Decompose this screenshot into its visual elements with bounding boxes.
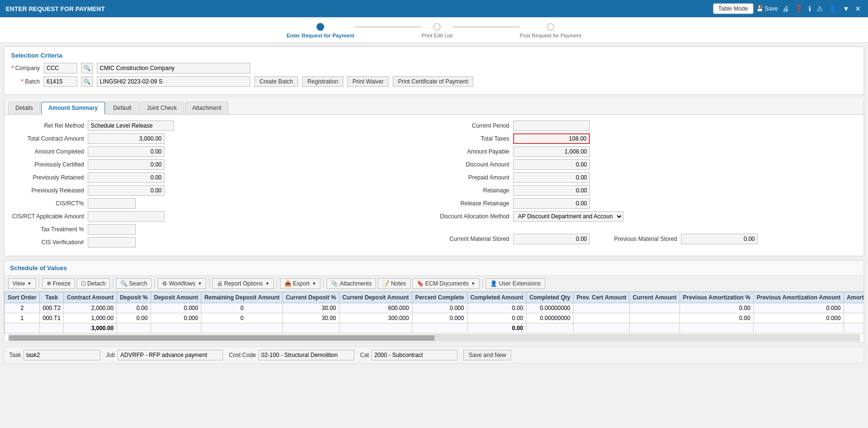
- cis-verification-label: CIS Verification#: [11, 239, 88, 246]
- user-extensions-button[interactable]: 👤 User Extensions: [486, 278, 545, 289]
- col-percent-complete: Percent Complete: [412, 292, 467, 303]
- schedule-table: Sort Order Task Contract Amount Deposit …: [4, 292, 864, 333]
- step-print-edit: Print Edit List: [422, 23, 453, 38]
- cost-code-field: Cost Code: [229, 350, 354, 360]
- attachment-icon: 📎: [331, 280, 338, 287]
- info-icon[interactable]: ℹ: [807, 5, 812, 12]
- current-material-row: Current Material Stored: [436, 234, 590, 244]
- freeze-icon: ❄: [47, 280, 51, 287]
- tabs-bar: Details Amount Summary Default Joint Che…: [4, 99, 864, 115]
- schedule-table-body: 2000.T22,000.000.000.000030.00600.0000.0…: [5, 303, 864, 323]
- prepaid-amount-input: [513, 172, 590, 183]
- previous-material-input: [681, 234, 758, 244]
- tab-attachment[interactable]: Attachment: [185, 102, 229, 114]
- form-right-col: Current Period Total Taxes Amount Payabl…: [436, 120, 857, 250]
- col-completed-qty: Completed Qty: [526, 292, 573, 303]
- workflows-dropdown-icon: ▼: [198, 281, 202, 286]
- step2-circle: [433, 23, 441, 31]
- chevron-down-icon[interactable]: ▼: [841, 5, 851, 12]
- retainage-row: Retainage: [436, 185, 857, 196]
- table-row[interactable]: 2000.T22,000.000.000.000030.00600.0000.0…: [5, 303, 864, 313]
- save-button[interactable]: 💾 Save: [756, 5, 778, 12]
- cis-rct-applicable-row: CIS/RCT Applicable Amount: [11, 211, 432, 222]
- material-stored-row: Current Material Stored Previous Materia…: [436, 234, 857, 244]
- export-dropdown-icon: ▼: [312, 281, 317, 286]
- detach-button[interactable]: ⬡ Detach: [77, 278, 110, 289]
- step3-circle: [547, 23, 554, 31]
- cis-rct-applicable-label: CIS/RCT Applicable Amount: [11, 213, 88, 220]
- discount-allocation-select[interactable]: AP Discount Department and Account: [513, 211, 623, 222]
- ret-rel-method-row: Ret Rel Method: [11, 120, 432, 131]
- attachments-button[interactable]: 📎 Attachments: [327, 278, 376, 289]
- print-waiver-button[interactable]: Print Waiver: [347, 76, 389, 87]
- company-search-button[interactable]: 🔍: [81, 63, 93, 73]
- company-input[interactable]: [44, 63, 77, 73]
- job-input: [117, 350, 223, 360]
- notes-button[interactable]: 📝 Notes: [378, 278, 410, 289]
- table-mode-button[interactable]: Table Mode: [713, 3, 753, 14]
- step2-label: Print Edit List: [422, 33, 453, 38]
- toolbar-separator-1: [39, 279, 39, 288]
- col-current-deposit-amount: Current Deposit Amount: [339, 292, 412, 303]
- tab-amount-summary[interactable]: Amount Summary: [41, 102, 105, 115]
- total-contract-input: [88, 133, 164, 144]
- horizontal-scrollbar[interactable]: [8, 334, 860, 341]
- schedule-title: Schedule of Values: [4, 261, 864, 276]
- view-dropdown-icon: ▼: [27, 281, 32, 286]
- app-header: ENTER REQUEST FOR PAYMENT Table Mode 💾 S…: [0, 0, 868, 17]
- search-icon: 🔍: [120, 280, 128, 287]
- tax-treatment-input[interactable]: [88, 224, 136, 235]
- user-icon[interactable]: 👤: [827, 5, 838, 12]
- step-post-request: Post Request for Payment: [520, 23, 581, 38]
- amount-payable-row: Amount Payable: [436, 146, 857, 157]
- task-input[interactable]: [23, 350, 100, 360]
- warning-icon[interactable]: ⚠: [815, 5, 824, 12]
- tab-content-amount-summary: Ret Rel Method Total Contract Amount Amo…: [4, 115, 864, 256]
- schedule-toolbar: View ▼ ❄ Freeze ⬡ Detach 🔍 Search ⚙ Work…: [4, 276, 864, 292]
- search-button[interactable]: 🔍 Search: [116, 278, 152, 289]
- total-taxes-input: [513, 133, 590, 144]
- col-task: Task: [40, 292, 64, 303]
- scrollbar-thumb: [9, 335, 434, 341]
- discount-allocation-label: Discount Allocation Method: [436, 213, 513, 220]
- amount-summary-form: Ret Rel Method Total Contract Amount Amo…: [11, 120, 857, 250]
- freeze-button[interactable]: ❄ Freeze: [42, 278, 75, 289]
- release-retainage-input: [513, 198, 590, 209]
- registration-button[interactable]: Registration: [302, 76, 343, 87]
- help-circle-icon[interactable]: ❓: [793, 5, 804, 12]
- tab-details[interactable]: Details: [8, 102, 40, 114]
- report-options-button[interactable]: 🖨 Report Options ▼: [212, 278, 274, 289]
- print-icon[interactable]: 🖨: [781, 5, 790, 12]
- notes-icon: 📝: [382, 280, 389, 287]
- cis-verification-input[interactable]: [88, 237, 136, 248]
- selection-criteria-section: Selection Criteria Company 🔍 Batch 🔍 Cre…: [4, 47, 864, 95]
- ecm-dropdown-icon: ▼: [471, 281, 475, 286]
- current-period-input[interactable]: [513, 120, 590, 131]
- tab-joint-check[interactable]: Joint Check: [140, 102, 184, 114]
- total-taxes-row: Total Taxes: [436, 133, 857, 144]
- save-new-button[interactable]: Save and New: [463, 350, 511, 360]
- ecm-documents-button[interactable]: 🔖 ECM Documents ▼: [412, 278, 480, 289]
- cis-rct-row: CIS/RCT%: [11, 198, 432, 209]
- toolbar-separator-3: [154, 279, 155, 288]
- batch-input[interactable]: [44, 76, 77, 87]
- print-certificate-button[interactable]: Print Certificate of Payment: [393, 76, 473, 87]
- batch-row: Batch 🔍 Create Batch Registration Print …: [11, 76, 857, 87]
- step1-circle: [317, 23, 324, 31]
- view-button[interactable]: View ▼: [8, 278, 36, 289]
- batch-search-button[interactable]: 🔍: [81, 76, 93, 87]
- current-material-input: [513, 234, 590, 244]
- export-button[interactable]: 📤 Export ▼: [280, 278, 321, 289]
- tab-default[interactable]: Default: [106, 102, 139, 114]
- cat-input: [371, 350, 457, 360]
- col-current-amount: Current Amount: [630, 292, 680, 303]
- close-icon[interactable]: ✕: [854, 5, 862, 12]
- selection-criteria-title: Selection Criteria: [11, 52, 857, 59]
- previous-material-row: Previous Material Stored: [604, 234, 758, 244]
- table-row[interactable]: 1000.T11,000.000.000.000030.00300.0000.0…: [5, 313, 864, 323]
- create-batch-button[interactable]: Create Batch: [254, 76, 298, 87]
- form-left-col: Ret Rel Method Total Contract Amount Amo…: [11, 120, 432, 250]
- cis-rct-input[interactable]: [88, 198, 136, 209]
- workflows-button[interactable]: ⚙ Workflows ▼: [158, 278, 206, 289]
- col-amort-pct: Amortization %: [844, 292, 864, 303]
